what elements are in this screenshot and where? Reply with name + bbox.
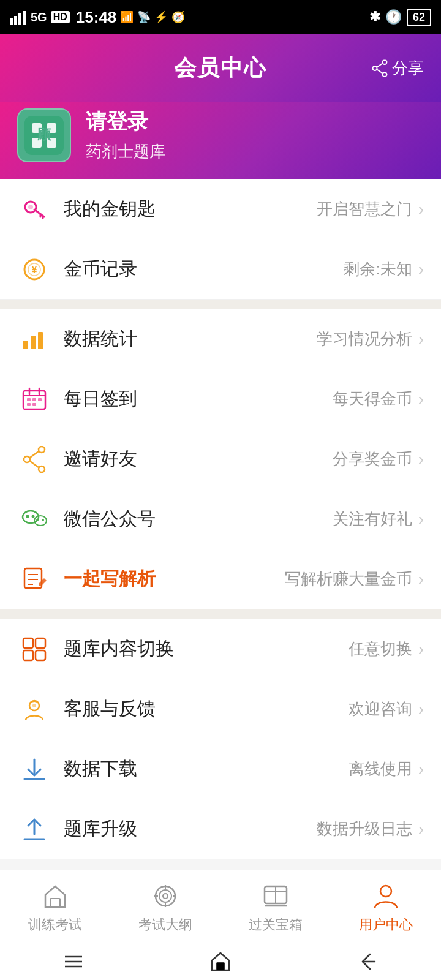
switch-bank-label: 题库内容切换 [64, 636, 349, 662]
status-bar: 5G HD 15:48 📶 📡 ⚡ 🧭 ✱ 🕐 62 [0, 0, 441, 34]
service-icon [17, 692, 51, 726]
menu-item-wechat[interactable]: 微信公众号 关注有好礼 › [0, 489, 441, 549]
svg-point-60 [156, 886, 175, 906]
svg-rect-75 [217, 963, 224, 970]
wechat-icon [17, 502, 51, 537]
invite-friends-desc: 分享奖金币 [333, 448, 412, 470]
write-icon [17, 562, 51, 597]
switch-bank-arrow: › [418, 639, 424, 659]
svg-rect-30 [32, 398, 36, 401]
home-icon [39, 880, 71, 912]
share-button[interactable]: 分享 [371, 58, 424, 79]
profile-section[interactable]: 顾 请登录 药剂士题库 [0, 102, 441, 179]
calendar-icon [17, 382, 51, 417]
invite-friends-label: 邀请好友 [64, 447, 333, 472]
sys-back-button[interactable] [356, 951, 379, 973]
svg-rect-23 [31, 336, 36, 349]
svg-point-35 [24, 456, 30, 462]
separator-1 [0, 300, 441, 309]
profile-info: 请登录 药剂士题库 [86, 108, 165, 162]
svg-rect-45 [24, 568, 42, 588]
menu-item-daily-checkin[interactable]: 每日签到 每天得金币 › [0, 369, 441, 429]
svg-point-5 [373, 66, 377, 70]
user-icon [370, 880, 402, 912]
menu-group-1: 我的金钥匙 开启智慧之门 › ¥ 金币记录 剩余:未知 › [0, 179, 441, 300]
svg-point-4 [383, 60, 387, 64]
menu-item-coin-record[interactable]: ¥ 金币记录 剩余:未知 › [0, 239, 441, 300]
nav-item-outline[interactable]: 考试大纲 [138, 880, 192, 934]
svg-rect-50 [36, 638, 45, 648]
bottom-nav: 训练考试 考试大纲 过关宝箱 [0, 870, 441, 943]
menu-item-switch-bank[interactable]: 题库内容切换 任意切换 › [0, 619, 441, 679]
time-display: 15:48 [76, 8, 117, 27]
menu-item-gold-key[interactable]: 我的金钥匙 开启智慧之门 › [0, 179, 441, 239]
svg-point-71 [380, 886, 391, 897]
svg-point-42 [32, 514, 35, 518]
menu-group-3: 题库内容切换 任意切换 › 客服与反馈 欢迎咨询 › 数据下载 离线使用 › [0, 619, 441, 859]
profile-subtitle: 药剂士题库 [86, 141, 165, 162]
sys-home-button[interactable] [209, 951, 232, 973]
svg-point-62 [163, 894, 168, 899]
bar-chart-icon [17, 322, 51, 356]
menu-item-data-stats[interactable]: 数据统计 学习情况分析 › [0, 309, 441, 369]
nav-item-user[interactable]: 用户中心 [359, 880, 413, 934]
nav-item-train[interactable]: 训练考试 [28, 880, 82, 934]
customer-service-desc: 欢迎咨询 [349, 698, 412, 720]
data-stats-label: 数据统计 [64, 326, 317, 352]
download-icon [17, 752, 51, 786]
separator-2 [0, 609, 441, 619]
svg-rect-33 [32, 403, 36, 406]
coin-icon: ¥ [17, 252, 51, 287]
svg-rect-24 [38, 332, 43, 349]
signal-icon [10, 10, 27, 24]
menu-item-write-analysis[interactable]: 一起写解析 写解析赚大量金币 › [0, 549, 441, 609]
clock-icon: 🕐 [385, 9, 402, 25]
svg-line-37 [30, 451, 39, 458]
svg-text:顾: 顾 [37, 127, 51, 142]
avatar-icon: 顾 [24, 116, 64, 155]
menu-item-upgrade[interactable]: 题库升级 数据升级日志 › [0, 799, 441, 859]
svg-rect-49 [23, 638, 33, 648]
menu-item-data-download[interactable]: 数据下载 离线使用 › [0, 739, 441, 799]
nav-treasure-label: 过关宝箱 [249, 916, 303, 934]
page-title: 会员中心 [174, 53, 267, 83]
svg-rect-29 [27, 398, 31, 401]
customer-service-arrow: › [418, 699, 424, 719]
svg-line-38 [30, 461, 39, 467]
nav-user-label: 用户中心 [359, 916, 413, 934]
data-download-label: 数据下载 [64, 756, 349, 782]
coin-record-arrow: › [418, 260, 424, 279]
menu-item-invite-friends[interactable]: 邀请好友 分享奖金币 › [0, 429, 441, 489]
svg-point-34 [39, 447, 45, 453]
upload-icon [17, 812, 51, 846]
nav-item-treasure[interactable]: 过关宝箱 [249, 880, 303, 934]
sys-menu-button[interactable] [62, 951, 85, 973]
network-label: 5G [31, 10, 47, 24]
gold-key-arrow: › [418, 200, 424, 219]
grid-icon [17, 632, 51, 666]
wechat-desc: 关注有好礼 [333, 508, 412, 530]
customer-service-label: 客服与反馈 [64, 696, 349, 722]
svg-rect-32 [27, 403, 31, 406]
gold-key-label: 我的金钥匙 [64, 197, 317, 222]
invite-friends-arrow: › [418, 450, 424, 469]
key-icon [17, 192, 51, 227]
book-icon [260, 880, 292, 912]
svg-point-43 [36, 519, 39, 521]
svg-point-15 [28, 205, 33, 209]
sys-nav [0, 943, 441, 980]
share-icon [371, 59, 388, 77]
svg-rect-22 [23, 341, 28, 349]
radio-icon: 📶 [120, 10, 134, 24]
menu-item-customer-service[interactable]: 客服与反馈 欢迎咨询 › [0, 679, 441, 739]
wechat-label: 微信公众号 [64, 507, 333, 532]
switch-bank-desc: 任意切换 [349, 638, 412, 660]
data-download-desc: 离线使用 [349, 758, 412, 780]
svg-rect-3 [23, 11, 26, 24]
avatar: 顾 [17, 108, 71, 162]
upgrade-label: 题库升级 [64, 816, 317, 842]
flash-icon: ⚡ [154, 10, 168, 24]
svg-rect-2 [18, 13, 21, 24]
upgrade-arrow: › [418, 820, 424, 839]
profile-name: 请登录 [86, 108, 165, 136]
